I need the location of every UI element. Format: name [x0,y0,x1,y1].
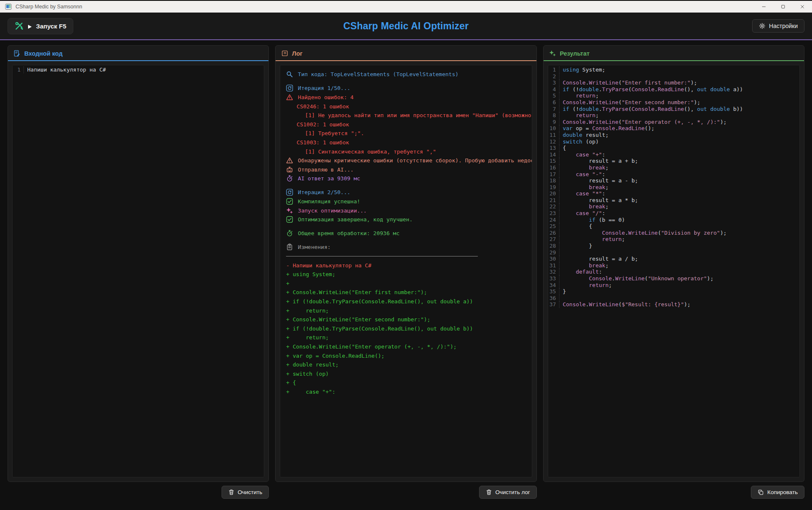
log-line-text: + return; [286,334,329,341]
log-line: Оптимизация завершена, код улучшен. [286,215,531,224]
result-panel-title: Результат [560,50,590,57]
minimize-button[interactable] [754,1,773,13]
clear-input-label: Очистить [238,489,263,495]
result-code-line: 12switch (op) [548,138,799,145]
result-code-line: 29 [548,249,799,256]
log-output[interactable]: Тип кода: TopLevelStatements (TopLevelSt… [280,65,532,477]
result-code-line: 19 break; [548,184,799,191]
result-code-line: 31 break; [548,262,799,269]
log-line-text: + if (!double.TryParse(Console.ReadLine(… [286,325,473,332]
line-number: 3 [548,79,559,86]
log-line: + double result; [286,360,531,369]
line-number: 17 [548,171,559,178]
log-line: AI ответ за 9309 мс [286,174,531,183]
line-number: 9 [548,119,559,126]
line-number: 15 [548,158,559,164]
log-line: + if (!double.TryParse(Console.ReadLine(… [286,324,531,333]
log-line-text: Изменения: [298,244,330,250]
copy-result-button[interactable]: Копировать [751,486,804,499]
log-line-text: Запуск оптимизации... [298,208,366,214]
result-code-line: 30 result = a / b; [548,256,799,262]
log-line: Запуск оптимизации... [286,206,531,215]
result-code-line: 3Console.WriteLine("Enter first number:"… [548,79,799,86]
result-code-line: 1using System; [548,67,799,73]
line-number: 24 [548,217,559,223]
result-code-line: 9Console.WriteLine("Enter operator (+, -… [548,119,799,126]
result-code-line: 17 case "-": [548,171,799,178]
run-button[interactable]: Запуск F5 [8,18,73,34]
line-number: 27 [548,236,559,243]
window-titlebar: CSharp Medic by Samsonnn [0,0,812,13]
log-line-text: Обнаружены критические ошибки (отсутстви… [298,157,531,164]
toolbar: Запуск F5 CSharp Medic AI Optimizer Наст… [0,13,812,39]
log-line-text: + return; [286,308,329,314]
result-code-line: 4if (!double.TryParse(Console.ReadLine()… [548,86,799,93]
result-code-line: 15 result = a + b; [548,158,799,164]
log-line: CS0246: 1 ошибок [286,102,531,111]
settings-button[interactable]: Настройки [752,19,804,33]
log-line: Обнаружены критические ошибки (отсутстви… [286,156,531,165]
log-line-text: Компиляция успешна! [298,198,360,205]
log-line: + return; [286,333,531,342]
clear-log-button[interactable]: Очистить лог [479,486,537,499]
clipboard-icon [286,243,293,251]
scroll-icon [281,50,288,57]
result-code-line: 24 if (b == 0) [548,217,799,223]
result-code-line: 18 result = a - b; [548,177,799,184]
log-line-text: [1] Не удалось найти тип или имя простра… [305,112,531,118]
log-line-text: + switch (op) [286,371,329,377]
log-line: + switch (op) [286,369,531,378]
result-code-line: 33 Console.WriteLine("Unknown operator")… [548,275,799,282]
log-line-text: + if (!double.TryParse(Console.ReadLine(… [286,298,473,305]
input-code-editor[interactable]: 1Напиши калькулятор на C# [12,65,264,477]
line-number: 18 [548,177,559,184]
log-line-text: [1] Синтаксическая ошибка, требуется "," [305,149,436,155]
tools-icon [15,22,23,31]
log-line: + Console.WriteLine("Enter second number… [286,315,531,324]
check-icon [286,216,293,223]
line-number: 1 [548,67,559,73]
log-line: + [286,279,531,288]
line-number: 25 [548,223,559,230]
line-number: 1 [13,67,24,73]
result-code-viewer[interactable]: 1using System;23Console.WriteLine("Enter… [548,65,800,477]
clear-input-button[interactable]: Очистить [222,486,269,499]
warning-icon [286,94,293,101]
robot-icon [286,166,293,173]
line-number: 8 [548,112,559,119]
line-number: 33 [548,275,559,282]
log-panel: Лог Тип кода: TopLevelStatements (TopLev… [275,45,536,482]
log-line-text: + var op = Console.ReadLine(); [286,353,384,359]
log-line: Изменения: [286,243,531,252]
result-code-line: 16 break; [548,164,799,171]
log-line: + Console.WriteLine("Enter first number:… [286,288,531,297]
result-code-line: 34 return; [548,282,799,289]
stopwatch-icon [286,175,293,182]
result-code-line: 35} [548,288,799,295]
log-panel-header: Лог [276,46,536,61]
log-line-text: + double result; [286,361,338,368]
log-line: CS1002: 1 ошибок [286,120,531,129]
log-line-text: + [286,280,289,287]
log-line-text: Тип кода: TopLevelStatements (TopLevelSt… [298,71,459,77]
log-line: Общее время обработки: 20936 мс [286,229,531,238]
page-title: CSharp Medic AI Optimizer [343,21,469,32]
log-panel-title: Лог [292,50,302,57]
line-number: 7 [548,106,559,113]
line-number: 23 [548,210,559,217]
log-line: + Console.WriteLine("Enter operator (+, … [286,342,531,351]
trash-icon [228,489,235,495]
result-code-line: 14 case "+": [548,151,799,158]
sparkles-icon [549,50,556,57]
log-line: Найдено ошибок: 4 [286,93,531,102]
log-line-text: CS1003: 1 ошибок [296,139,349,146]
maximize-button[interactable] [773,1,793,13]
search-icon [286,71,293,78]
close-button[interactable] [793,1,812,13]
line-number: 22 [548,203,559,210]
line-number: 29 [548,249,559,256]
result-code-line: 11double result; [548,132,799,138]
line-number: 5 [548,92,559,99]
line-number: 26 [548,230,559,236]
log-line: [1] Не удалось найти тип или имя простра… [286,111,531,120]
